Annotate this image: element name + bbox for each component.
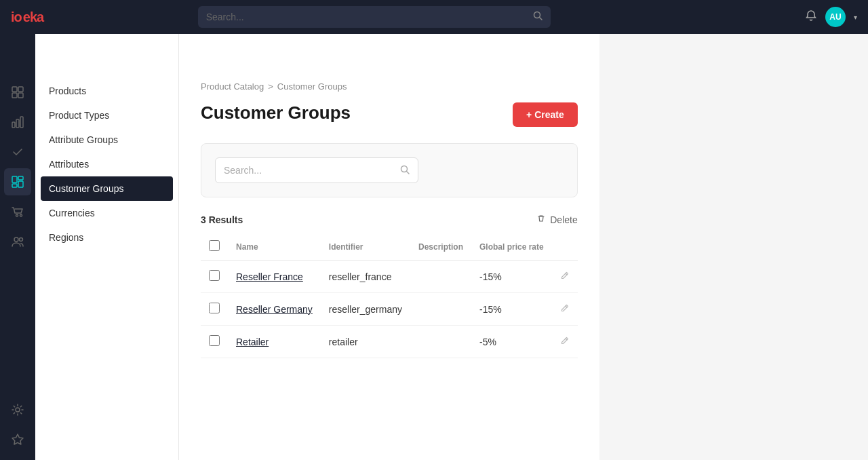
svg-rect-8 <box>20 117 23 128</box>
table-row: Reseller France reseller_france -15% <box>201 261 578 293</box>
table-header-identifier: Identifier <box>321 233 410 261</box>
search-section <box>201 143 578 197</box>
row-name[interactable]: Reseller Germany <box>228 293 321 326</box>
row-edit-button[interactable] <box>552 261 578 293</box>
table-header-global-price-rate: Global price rate <box>471 233 552 261</box>
results-header: 3 Results Delete <box>201 214 578 225</box>
row-global-price-rate: -15% <box>471 261 552 293</box>
row-checkbox-cell <box>201 326 228 358</box>
sidebar: Products Product Types Attribute Groups … <box>35 34 179 460</box>
left-icon-bar <box>0 34 35 460</box>
avatar-dropdown-icon[interactable]: ▾ <box>854 14 857 21</box>
table-header-name: Name <box>228 233 321 261</box>
search-field[interactable] <box>215 157 418 183</box>
delete-icon <box>536 214 546 225</box>
svg-rect-11 <box>18 181 23 187</box>
table-row: Retailer retailer -5% <box>201 326 578 358</box>
row-name[interactable]: Reseller France <box>228 261 321 293</box>
breadcrumb: Product Catalog > Customer Groups <box>201 81 578 92</box>
table-header-checkbox <box>201 233 228 261</box>
sidebar-item-regions[interactable]: Regions <box>35 225 178 250</box>
topbar-right: AU ▾ <box>805 7 857 27</box>
svg-rect-2 <box>12 87 17 92</box>
nav-icon-trash[interactable] <box>4 456 31 460</box>
svg-rect-6 <box>12 122 15 128</box>
logo-text: io <box>11 9 22 25</box>
row-checkbox[interactable] <box>209 270 220 281</box>
breadcrumb-parent-link[interactable]: Product Catalog <box>201 81 264 92</box>
row-edit-button[interactable] <box>552 326 578 358</box>
row-identifier: retailer <box>321 326 410 358</box>
logo[interactable]: ioeka <box>11 9 65 25</box>
svg-rect-3 <box>18 87 23 92</box>
avatar[interactable]: AU <box>825 7 846 27</box>
svg-line-1 <box>539 18 542 20</box>
global-search-bar[interactable] <box>198 6 551 28</box>
nav-icon-catalog[interactable] <box>4 168 31 195</box>
nav-icon-grid[interactable] <box>4 79 31 106</box>
row-checkbox-cell <box>201 261 228 293</box>
logo-text2: eka <box>23 9 43 25</box>
page-header: Customer Groups + Create <box>201 102 578 127</box>
svg-rect-12 <box>12 184 17 187</box>
global-search-icon <box>533 11 542 23</box>
nav-icon-settings[interactable] <box>4 396 31 423</box>
breadcrumb-separator: > <box>268 81 273 92</box>
delete-button[interactable]: Delete <box>536 214 577 225</box>
main-content: Product Catalog > Customer Groups Custom… <box>179 34 599 460</box>
sidebar-item-attribute-groups[interactable]: Attribute Groups <box>35 128 178 152</box>
row-description <box>410 326 471 358</box>
nav-icon-check[interactable] <box>4 138 31 166</box>
nav-icon-chart[interactable] <box>4 109 31 136</box>
svg-point-14 <box>20 214 22 216</box>
svg-point-15 <box>14 237 18 242</box>
row-identifier: reseller_germany <box>321 293 410 326</box>
svg-point-17 <box>16 408 20 412</box>
table-header-description: Description <box>410 233 471 261</box>
topbar: ioeka AU ▾ <box>0 0 868 34</box>
row-checkbox[interactable] <box>209 335 220 346</box>
table-row: Reseller Germany reseller_germany -15% <box>201 293 578 326</box>
bottom-icons <box>4 396 31 460</box>
sidebar-item-customer-groups[interactable]: Customer Groups <box>41 176 173 201</box>
sidebar-item-products[interactable]: Products <box>35 79 178 103</box>
global-search-input[interactable] <box>206 6 528 28</box>
svg-point-13 <box>16 214 18 216</box>
row-description <box>410 293 471 326</box>
table-header-row: Name Identifier Description Global price… <box>201 233 578 261</box>
search-field-icon <box>400 165 410 176</box>
svg-rect-9 <box>12 176 17 183</box>
search-input[interactable] <box>224 158 395 183</box>
nav-icon-cart[interactable] <box>4 198 31 225</box>
breadcrumb-current: Customer Groups <box>277 81 347 92</box>
row-name[interactable]: Retailer <box>228 326 321 358</box>
sidebar-item-attributes[interactable]: Attributes <box>35 152 178 176</box>
svg-point-16 <box>20 238 23 242</box>
select-all-checkbox[interactable] <box>209 240 220 251</box>
page-title: Customer Groups <box>201 102 351 123</box>
sidebar-item-product-types[interactable]: Product Types <box>35 103 178 128</box>
row-description <box>410 261 471 293</box>
create-button[interactable]: + Create <box>513 102 578 127</box>
nav-icon-users[interactable] <box>4 228 31 255</box>
row-checkbox[interactable] <box>209 303 220 313</box>
table-header-actions <box>552 233 578 261</box>
nav-icon-star[interactable] <box>4 426 31 453</box>
svg-rect-7 <box>16 119 19 128</box>
customer-groups-table: Name Identifier Description Global price… <box>201 233 578 358</box>
delete-label: Delete <box>550 214 577 225</box>
row-edit-button[interactable] <box>552 293 578 326</box>
row-checkbox-cell <box>201 293 228 326</box>
results-count: 3 Results <box>201 214 243 225</box>
notification-bell-icon[interactable] <box>805 9 817 25</box>
sidebar-item-currencies[interactable]: Currencies <box>35 201 178 225</box>
row-global-price-rate: -5% <box>471 326 552 358</box>
svg-line-19 <box>407 171 410 174</box>
svg-rect-4 <box>12 93 17 98</box>
row-identifier: reseller_france <box>321 261 410 293</box>
svg-rect-10 <box>18 176 23 180</box>
row-global-price-rate: -15% <box>471 293 552 326</box>
svg-rect-5 <box>18 93 23 98</box>
